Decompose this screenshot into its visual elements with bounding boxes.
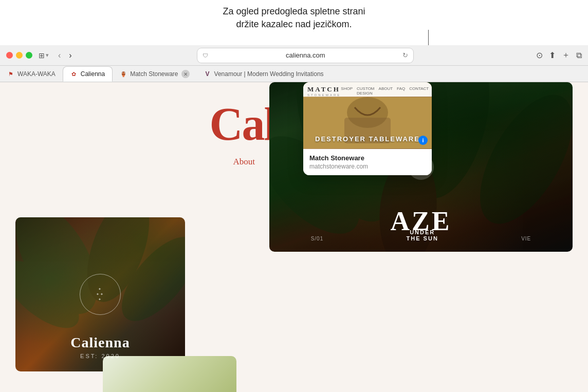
bottom-card <box>103 356 236 392</box>
address-bar-container: 🛡 calienna.com ↻ <box>79 48 532 63</box>
match-product-image: DESTROYER TABLEWARE <box>303 97 432 149</box>
footer-label-s01: S/01 <box>311 236 324 241</box>
tooltip-line1: Za ogled predogleda spletne strani <box>10 5 578 18</box>
tab-preview-title: Match Stoneware <box>309 154 426 162</box>
close-button[interactable] <box>6 52 13 59</box>
footer-label-vie: VIE <box>521 236 531 241</box>
nav-faq: FAQ <box>397 86 405 96</box>
tab-label-waka: WAKA-WAKA <box>17 70 56 78</box>
forward-button[interactable]: › <box>66 50 75 61</box>
download-button[interactable]: ⊙ <box>536 50 543 60</box>
sidebar-chevron-icon: ▾ <box>46 52 49 59</box>
nav-about: ABOUT <box>379 86 393 96</box>
sidebar-icon: ⊞ <box>39 51 45 60</box>
main-content: Calienna About Services Under T ✦✦✦✦ Cal… <box>0 82 588 392</box>
back-button[interactable]: ‹ <box>55 50 64 61</box>
nav-about[interactable]: About <box>233 157 255 167</box>
nav-contact: CONTACT <box>409 86 429 96</box>
destroyer-tableware-text: DESTROYER TABLEWARE <box>303 135 432 143</box>
tab-match-stoneware[interactable]: 🏺 Match Stoneware ✕ <box>113 66 196 82</box>
info-badge[interactable]: i <box>418 136 428 145</box>
sidebar-toggle-button[interactable]: ⊞ ▾ <box>36 50 51 61</box>
calienna-emblem: ✦✦✦✦ <box>80 274 121 315</box>
tab-preview-info: Match Stoneware matchstoneware.com <box>303 149 432 175</box>
tab-venamour[interactable]: V Venamour | Modern Wedding Invitations <box>197 66 331 82</box>
tab-label-venamour: Venamour | Modern Wedding Invitations <box>214 70 324 78</box>
browser-toolbar: ⊞ ▾ ‹ › 🛡 calienna.com ↻ ⊙ ⬆ ＋ ⧉ <box>0 45 588 66</box>
match-nav: SHOP CUSTOM DESIGN ABOUT FAQ CONTACT SHI… <box>341 86 432 96</box>
minimize-button[interactable] <box>16 52 23 59</box>
nav-shop: SHOP <box>341 86 353 96</box>
tab-label-match: Match Stoneware <box>130 70 178 78</box>
reload-button[interactable]: ↻ <box>402 51 408 59</box>
footer-main-under: UNDERTHE SUN <box>407 229 438 241</box>
tab-overview-button[interactable]: ⧉ <box>576 51 582 60</box>
tooltip-text: Za ogled predogleda spletne strani držit… <box>0 0 588 34</box>
match-logo-text: MATCH <box>307 85 341 94</box>
calienna-website: Calienna About Services Under T ✦✦✦✦ Cal… <box>0 82 588 392</box>
left-card-subtitle: EST: 2020 <box>80 353 120 359</box>
tab-preview-popup: MATCH STONEWARE SHOP CUSTOM DESIGN ABOUT… <box>303 82 432 175</box>
new-tab-button[interactable]: ＋ <box>562 50 570 61</box>
nav-buttons: ‹ › <box>55 50 75 61</box>
info-icon: i <box>422 137 424 143</box>
tab-favicon-calienna: ✿ <box>70 70 78 78</box>
tabs-bar: ⚑ WAKA-WAKA ✿ Calienna 🏺 Match Stoneware… <box>0 66 588 82</box>
address-bar[interactable]: 🛡 calienna.com ↻ <box>197 48 413 63</box>
traffic-lights <box>6 52 32 59</box>
share-button[interactable]: ⬆ <box>549 50 556 60</box>
maximize-button[interactable] <box>26 52 32 59</box>
tooltip-line2: držite kazalec nad jezičkom. <box>10 18 578 31</box>
tab-favicon-waka: ⚑ <box>7 70 14 78</box>
tab-preview-image: MATCH STONEWARE SHOP CUSTOM DESIGN ABOUT… <box>303 82 432 149</box>
nav-custom: CUSTOM DESIGN <box>357 86 375 96</box>
tab-favicon-match: 🏺 <box>120 70 127 78</box>
url-text: calienna.com <box>211 51 399 59</box>
match-logo: MATCH STONEWARE <box>307 85 341 97</box>
left-card-title: Calienna <box>70 334 130 351</box>
tab-preview-url: matchstoneware.com <box>309 163 426 170</box>
right-card-footer: S/01 UNDERTHE SUN VIE <box>269 229 573 241</box>
left-card: ✦✦✦✦ Calienna EST: 2020 <box>15 217 185 371</box>
tab-label-calienna: Calienna <box>81 70 105 78</box>
browser-action-buttons: ⊙ ⬆ ＋ ⧉ <box>536 50 582 61</box>
tab-favicon-venamour: V <box>204 70 211 78</box>
tab-close-match[interactable]: ✕ <box>181 70 190 78</box>
tab-calienna[interactable]: ✿ Calienna <box>63 66 113 82</box>
tab-waka-waka[interactable]: ⚑ WAKA-WAKA <box>0 66 63 82</box>
security-icon: 🛡 <box>203 52 208 59</box>
